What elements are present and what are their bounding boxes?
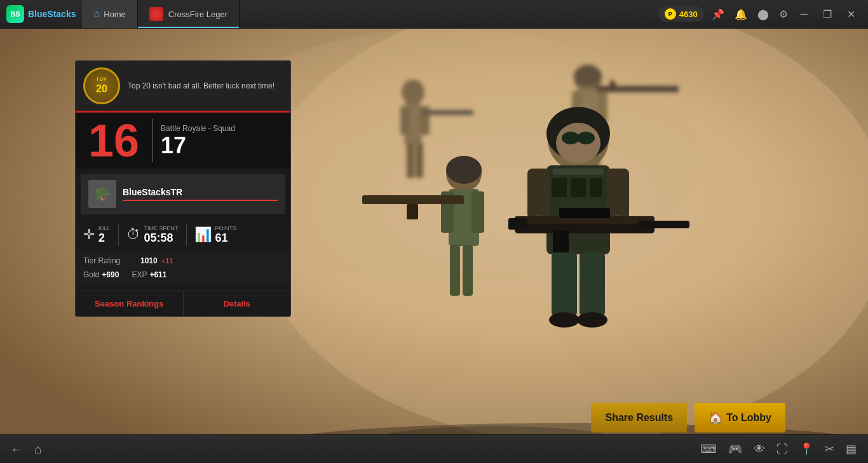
tab-game[interactable]: CrossFire Leger — [138, 0, 240, 28]
game-area: TOP 20 Top 20 isn't bad at all. Better l… — [0, 29, 868, 463]
sidebar-icon[interactable]: ▤ — [842, 439, 860, 459]
taskbar: ← ⌂ ⌨ 🎮 👁 ⛶ 📍 ✂ ▤ — [0, 434, 868, 463]
rewards-row: Gold +690 EXP +611 — [83, 268, 283, 282]
restore-button[interactable]: ❐ — [818, 6, 837, 23]
top-badge-num: 20 — [96, 83, 107, 95]
top-badge-top: TOP — [96, 77, 107, 82]
ratings-section: Tier Rating 1010 +11 Gold +690 EXP +611 — [76, 250, 290, 286]
svg-rect-39 — [607, 169, 629, 219]
titlebar: BS BlueStacks ⌂ Home CrossFire Leger P 4… — [0, 0, 868, 29]
points-icon-small: 📊 — [194, 226, 212, 243]
home-label: Home — [104, 10, 126, 19]
minimize-button[interactable]: ─ — [796, 6, 813, 22]
tab-home[interactable]: ⌂ Home — [82, 0, 137, 28]
player-name-container: BlueStacksTR — [123, 187, 278, 201]
points-icon: P — [665, 8, 676, 20]
time-stat: ⏱ Time Spent 05:58 — [119, 225, 186, 245]
location-icon[interactable]: 📍 — [796, 439, 817, 459]
svg-rect-8 — [416, 143, 423, 178]
tier-rating-label: Tier Rating — [83, 256, 140, 265]
stats-row: ✛ Kill 2 ⏱ Time Spent 05:58 📊 Points — [76, 219, 290, 250]
player-name: BlueStacksTR — [123, 187, 278, 197]
svg-rect-16 — [610, 81, 615, 90]
svg-rect-38 — [527, 169, 550, 219]
svg-rect-25 — [407, 204, 418, 219]
scissors-icon[interactable]: ✂ — [821, 439, 838, 459]
home-taskbar-icon[interactable]: ⌂ — [32, 439, 44, 459]
svg-rect-44 — [553, 231, 569, 253]
svg-rect-5 — [400, 106, 410, 135]
gold-reward: Gold +690 — [83, 270, 119, 279]
svg-point-11 — [574, 66, 602, 86]
bell-icon[interactable]: 🔔 — [732, 6, 750, 23]
svg-rect-9 — [423, 110, 473, 115]
gamepad-icon[interactable]: 🎮 — [724, 439, 746, 459]
player-info: 🪖 BlueStacksTR — [81, 174, 285, 214]
settings-icon[interactable]: ⚙ — [776, 6, 790, 23]
kill-value: 2 — [98, 232, 111, 245]
svg-point-3 — [402, 79, 424, 105]
points-stat: 📊 Points 61 — [187, 225, 245, 245]
tier-rating-value: 1010 — [140, 256, 158, 265]
svg-rect-35 — [552, 178, 567, 197]
share-results-button[interactable]: Share Results — [591, 403, 687, 432]
bottom-buttons: Season Rankings Details — [76, 291, 290, 316]
game-tab-label: CrossFire Leger — [168, 10, 227, 19]
pin-icon[interactable]: 📌 — [709, 6, 727, 23]
close-button[interactable]: ✕ — [842, 6, 860, 23]
top20-header: TOP 20 Top 20 isn't bad at all. Better l… — [76, 61, 290, 111]
time-label: Time Spent — [144, 225, 179, 232]
points-label: Points — [215, 225, 237, 232]
kill-stat: ✛ Kill 2 — [83, 225, 118, 245]
action-buttons: Share Results 🏠 To Lobby — [591, 403, 785, 432]
kill-stat-content: Kill 2 — [98, 225, 111, 245]
svg-rect-36 — [571, 178, 586, 197]
rank-mode: Battle Royale - Squad 17 — [153, 113, 243, 169]
exp-value: +611 — [149, 270, 166, 279]
tier-rating-delta: +11 — [161, 257, 173, 265]
svg-rect-7 — [407, 143, 414, 178]
svg-point-51 — [577, 312, 607, 328]
player-name-underline — [123, 200, 278, 201]
svg-rect-46 — [559, 208, 610, 218]
bluestacks-logo: BS BlueStacks — [0, 5, 82, 23]
points-badge: P 4630 — [658, 6, 704, 22]
kill-icon: ✛ — [83, 226, 95, 243]
svg-rect-45 — [639, 221, 689, 228]
record-icon[interactable]: ⬤ — [755, 6, 771, 23]
player-avatar: 🪖 — [88, 180, 116, 208]
points-stat-content: Points 61 — [215, 225, 237, 245]
gold-value: +690 — [102, 270, 119, 279]
top20-badge: TOP 20 — [83, 67, 120, 104]
rank-number: 16 — [76, 113, 152, 169]
keyboard-icon[interactable]: ⌨ — [696, 439, 721, 459]
details-button[interactable]: Details — [184, 291, 291, 316]
svg-rect-23 — [471, 191, 484, 233]
svg-rect-47 — [508, 218, 527, 230]
game-tab-icon — [149, 7, 163, 21]
bluestacks-icon: BS — [6, 5, 24, 23]
squad-number: 17 — [161, 134, 235, 157]
time-icon: ⏱ — [126, 226, 140, 243]
kill-label: Kill — [98, 225, 111, 232]
points-value: 4630 — [679, 10, 698, 19]
svg-point-50 — [549, 312, 580, 328]
home-icon: ⌂ — [93, 8, 100, 20]
to-lobby-label: To Lobby — [726, 412, 771, 424]
resize-icon[interactable]: ⛶ — [773, 440, 792, 459]
svg-rect-48 — [552, 252, 577, 316]
gold-label: Gold — [83, 270, 99, 279]
svg-point-20 — [446, 156, 482, 184]
points-stat-value: 61 — [215, 232, 237, 245]
top20-message: Top 20 isn't bad at all. Better luck nex… — [128, 81, 283, 92]
back-icon[interactable]: ← — [8, 439, 25, 459]
rank-display: 16 Battle Royale - Squad 17 — [76, 111, 290, 169]
svg-rect-37 — [590, 178, 602, 197]
eye-icon[interactable]: 👁 — [750, 440, 769, 459]
to-lobby-button[interactable]: 🏠 To Lobby — [695, 403, 785, 432]
season-rankings-button[interactable]: Season Rankings — [76, 291, 184, 316]
taskbar-left: ← ⌂ — [8, 439, 44, 459]
svg-rect-26 — [450, 245, 460, 296]
svg-rect-15 — [596, 86, 679, 92]
exp-reward: EXP +611 — [132, 270, 166, 279]
